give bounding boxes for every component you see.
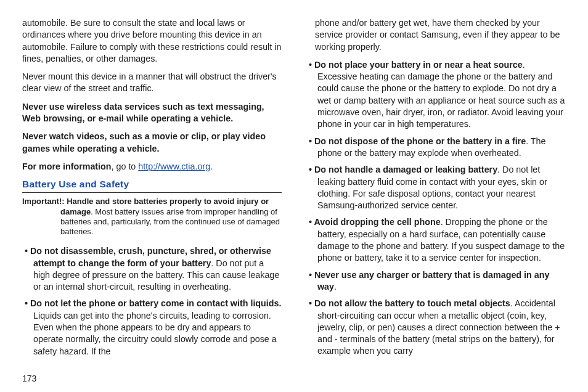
- bullet-rest: Liquids can get into the phone's circuit…: [33, 311, 277, 356]
- paragraph: phone and/or battery get wet, have them …: [306, 17, 566, 53]
- more-info-mid: , go to: [112, 161, 139, 171]
- bullet-lead: Do not dispose of the phone or the batte…: [314, 136, 526, 146]
- paragraph: automobile. Be sure to consult the state…: [22, 17, 282, 65]
- list-item: Never use any charger or battery that is…: [309, 269, 566, 293]
- bullet-lead: Do not place your battery in or near a h…: [314, 60, 523, 70]
- section-title-battery: Battery Use and Safety: [22, 179, 282, 190]
- right-column: phone and/or battery get wet, have them …: [294, 15, 566, 386]
- important-rest: . Most battery issues arise from imprope…: [60, 207, 280, 237]
- page-number: 173: [22, 374, 36, 383]
- bullet-lead: Avoid dropping the cell phone: [314, 217, 440, 227]
- important-label: Important!:: [22, 197, 65, 206]
- list-item: Do not handle a damaged or leaking batte…: [309, 164, 566, 211]
- section-rule: [22, 192, 282, 193]
- list-item: Do not allow the battery to touch metal …: [309, 298, 566, 357]
- bullet-list-right: Do not place your battery in or near a h…: [306, 59, 566, 357]
- left-column: automobile. Be sure to consult the state…: [22, 15, 294, 386]
- more-info-lead: For more information: [22, 161, 112, 171]
- document-page: automobile. Be sure to consult the state…: [0, 0, 588, 392]
- paragraph-more-info: For more information, go to http://www.c…: [22, 161, 282, 173]
- important-note: Important!: Handle and store batteries p…: [22, 197, 282, 237]
- bullet-lead: Do not allow the battery to touch metal …: [314, 298, 510, 308]
- list-item: Avoid dropping the cell phone. Dropping …: [309, 216, 566, 264]
- paragraph: Never mount this device in a manner that…: [22, 71, 282, 95]
- list-item: Do not dispose of the phone or the batte…: [309, 136, 566, 160]
- ctia-link[interactable]: http://www.ctia.org: [138, 161, 210, 171]
- list-item: Do not disassemble, crush, puncture, shr…: [25, 245, 282, 293]
- list-item: Do not place your battery in or near a h…: [309, 59, 566, 131]
- bullet-rest: . Excessive heating can damage the phone…: [317, 60, 565, 129]
- paragraph-bold: Never watch videos, such as a movie or c…: [22, 131, 282, 155]
- more-info-tail: .: [210, 161, 213, 171]
- bullet-lead: Do not let the phone or battery come in …: [30, 298, 281, 308]
- bullet-list-left: Do not disassemble, crush, puncture, shr…: [22, 245, 282, 357]
- paragraph-bold: Never use wireless data services such as…: [22, 101, 282, 125]
- bullet-lead: Do not handle a damaged or leaking batte…: [314, 165, 497, 174]
- bullet-lead: Never use any charger or battery that is…: [314, 270, 549, 292]
- bullet-rest: .: [334, 282, 337, 292]
- list-item: Do not let the phone or battery come in …: [25, 298, 282, 357]
